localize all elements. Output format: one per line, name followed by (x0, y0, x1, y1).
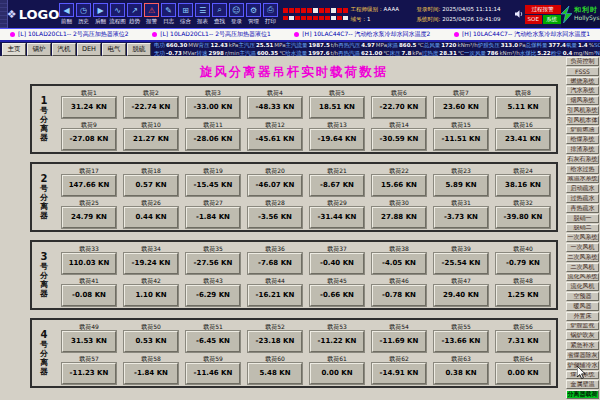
sidebar-item-20[interactable]: 一次风机 (566, 243, 599, 252)
sidebar-item-13[interactable]: 减温水系统 (566, 175, 599, 184)
toolbar-button-overview[interactable]: ⊞综合 (177, 0, 194, 28)
load-cell-label: 载荷32 (513, 199, 533, 206)
toolbar-button-report[interactable]: ☰报表 (194, 0, 211, 28)
load-cell-label: 载荷52 (265, 323, 285, 330)
alarm-entry-4[interactable]: [H] 10LAC44C7-- 汽动给水泵冷却水回水温度1 (454, 30, 590, 39)
load-cell: 载荷21-8.67 KN (306, 165, 368, 197)
load-cell-label: 载荷64 (513, 355, 533, 362)
sidebar-item-9[interactable]: 给煤系统 (566, 135, 599, 144)
tab-home[interactable]: 主页 (2, 43, 26, 56)
sidebar-item-30[interactable]: 紧急补水 (566, 341, 599, 350)
toolbar-button-login[interactable]: ☺登录 (228, 0, 245, 28)
alarm-entry-3[interactable]: [H] 10LAC44C7-- 汽动给水泵冷却水回水温度2 (294, 30, 430, 39)
sidebar-item-25[interactable]: 空预器 (566, 292, 599, 301)
load-cell-value: 1.25 KN (496, 285, 550, 306)
sidebar-item-12[interactable]: 给水过热 (566, 165, 599, 174)
alarm-entry-1[interactable]: [L] 10LAD20CL1-- 2号高压加热器液位2 (10, 30, 129, 39)
load-cell-value: 110.03 KN (62, 253, 116, 274)
sidebar-item-18[interactable]: 脱硝二 (566, 224, 599, 233)
load-cell-label: 载荷41 (79, 277, 99, 284)
load-cell: 载荷19-15.45 KN (182, 165, 244, 197)
load-cell-value: 23.60 KN (434, 97, 488, 118)
load-cell: 载荷55-13.66 KN (430, 321, 492, 353)
report-icon: ☰ (195, 3, 210, 17)
brand-bolt-icon (561, 6, 572, 23)
tab-electrical[interactable]: 电气 (102, 43, 126, 56)
separator-label-char: 器 (40, 289, 48, 298)
toolbar-button-label: 管理 (248, 18, 259, 25)
toolbar-button-next-page[interactable]: ▶后翻 (92, 0, 109, 28)
sidebar-item-17[interactable]: 脱硝一 (566, 214, 599, 223)
toolbar-button-manage[interactable]: ⚙管理 (245, 0, 262, 28)
load-cell-label: 载荷29 (327, 199, 347, 206)
separator-label-char: 分 (40, 349, 48, 358)
speaker-icon[interactable] (513, 0, 525, 28)
sidebar-item-24[interactable]: 流化风机 (566, 282, 599, 291)
sidebar-item-28[interactable]: 炉膛监视 (566, 322, 599, 331)
load-cell: 载荷32-39.80 KN (492, 197, 554, 229)
system-badge[interactable]: 系统 (543, 15, 561, 24)
sidebar-item-1[interactable]: 负荷控制 (566, 57, 599, 66)
alarm-text: [H] 10LAC44C7-- 汽动给水泵冷却水回水温度2 (302, 30, 430, 39)
load-cell-value: 1.10 KN (124, 285, 178, 306)
sidebar-item-27[interactable]: 外置床 (566, 312, 599, 321)
sidebar-item-3[interactable]: 燃烧系统 (566, 77, 599, 86)
load-cell-value: -0.78 KN (372, 285, 426, 306)
sidebar-item-35[interactable]: 分离器载荷 (566, 390, 599, 399)
sidebar-item-21[interactable]: 二次风系统 (566, 253, 599, 262)
toolbar-button-history[interactable]: ◷历史 (75, 0, 92, 28)
load-cell: 载荷36-7.68 KN (244, 243, 306, 275)
load-cell: 载荷12-45.61 KN (244, 119, 306, 151)
sidebar-item-23[interactable]: 流化风系统 (566, 273, 599, 282)
separator-label-char: 离 (40, 280, 48, 289)
load-cell-value: -13.66 KN (434, 331, 488, 352)
sidebar-item-7[interactable]: 引风机本体 (566, 116, 599, 125)
toolbar-button-log[interactable]: ✎日志 (160, 0, 177, 28)
load-cell-value: -45.61 KN (248, 129, 302, 150)
sidebar-item-2[interactable]: FSSS (566, 67, 599, 76)
sidebar-item-34[interactable]: 金属壁温 (566, 380, 599, 389)
sidebar-item-4[interactable]: 汽水系统 (566, 86, 599, 95)
load-cell-label: 载荷56 (513, 323, 533, 330)
load-cell-value: 24.79 KN (62, 207, 116, 228)
sidebar-item-26[interactable]: 暖风器 (566, 302, 599, 311)
sidebar-item-19[interactable]: 一次风系统 (566, 233, 599, 242)
soe-badge[interactable]: SOE (525, 15, 543, 24)
tab-turbine[interactable]: 汽机 (52, 43, 76, 56)
sidebar-item-14[interactable]: 启动疏水 (566, 184, 599, 193)
alarm-entry-2[interactable]: [L] 10LAD20CL1-- 2号高压加热器液位1 (152, 30, 271, 39)
load-cell: 载荷40-0.79 KN (492, 243, 554, 275)
toolbar-button-alarm[interactable]: ⚠报警 (143, 0, 160, 28)
tab-boiler[interactable]: 锅炉 (27, 43, 51, 56)
load-cell-label: 载荷16 (513, 121, 533, 128)
load-cell: 载荷17147.66 KN (58, 165, 120, 197)
sidebar-item-31[interactable]: 省煤器除灰 (566, 351, 599, 360)
toolbar-button-trend[interactable]: ↗趋势 (126, 0, 143, 28)
sidebar-item-8[interactable]: 炉前燃油 (566, 126, 599, 135)
load-cell-value: -27.56 KN (186, 253, 240, 274)
sidebar-item-15[interactable]: 过热疏水 (566, 194, 599, 203)
toolbar-button-search[interactable]: ⌕查找 (211, 0, 228, 28)
sidebar-item-5[interactable]: 烟风系统 (566, 96, 599, 105)
sidebar-item-29[interactable]: 锅炉吹灰 (566, 331, 599, 340)
sidebar-item-22[interactable]: 二次风机 (566, 263, 599, 272)
tab-desulfurization[interactable]: 脱硫 (127, 43, 151, 56)
toolbar-button-prev-page[interactable]: ◀前翻 (58, 0, 75, 28)
load-cell-value: -0.79 KN (496, 253, 550, 274)
load-cell-label: 载荷18 (141, 167, 161, 174)
sidebar-item-6[interactable]: 引风机系统 (566, 106, 599, 115)
load-cell-value: 5.89 KN (434, 175, 488, 196)
toolbar-button-print[interactable]: ⎙打印 (262, 0, 279, 28)
load-cell-label: 载荷51 (203, 323, 223, 330)
sidebar-item-16[interactable]: 再热疏水 (566, 204, 599, 213)
sidebar-item-11[interactable]: 石灰石系统 (566, 155, 599, 164)
toolbar-button-flow-diagram[interactable]: ∿流程图 (109, 0, 126, 28)
load-cell-value: 0.53 KN (124, 331, 178, 352)
load-cell: 载荷62-14.91 KN (368, 353, 430, 385)
tab-deh[interactable]: DEH (77, 43, 101, 56)
process-alarm-badge[interactable]: 过程报警 (525, 5, 561, 14)
overview-icon: ⊞ (178, 3, 193, 17)
load-cell: 载荷27-1.84 KN (182, 197, 244, 229)
load-cell-label: 载荷6 (391, 89, 407, 96)
sidebar-item-10[interactable]: 排渣系统 (566, 145, 599, 154)
